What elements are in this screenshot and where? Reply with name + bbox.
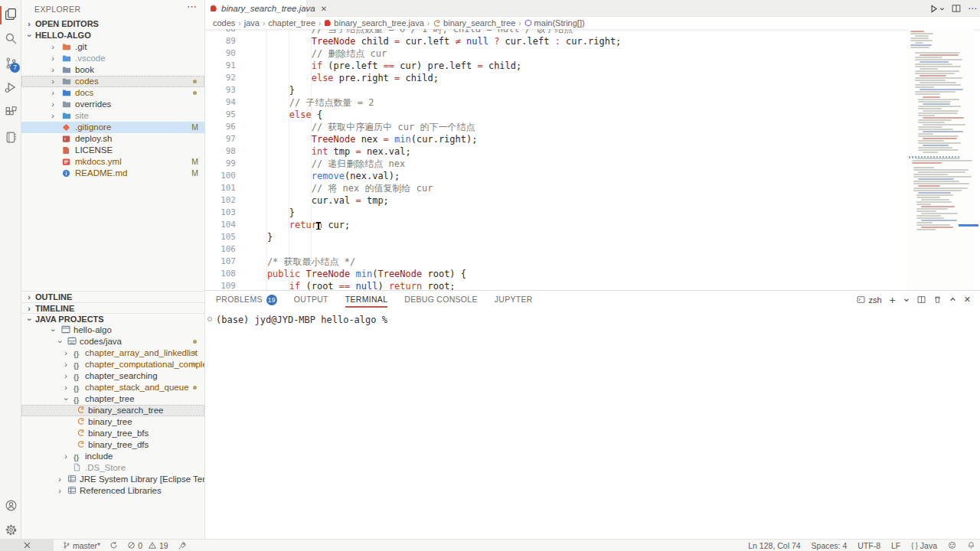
new-terminal-icon[interactable]: + (890, 296, 896, 304)
tree-item-readme-md[interactable]: README.mdM (21, 168, 204, 179)
tree-item--gitignore[interactable]: .gitignoreM (21, 122, 204, 133)
code-line-104[interactable]: 104return cur; (205, 219, 907, 231)
java-projects-header[interactable]: › JAVA PROJECTS (21, 313, 204, 324)
timeline-header[interactable]: › TIMELINE (21, 302, 204, 314)
terminal-prompt[interactable]: (base) jyd@JYD-MBP hello-algo % (216, 315, 387, 325)
indentation-indicator[interactable]: Spaces: 4 (812, 540, 848, 551)
tree-item-book[interactable]: ›book (21, 64, 204, 76)
code-line-109[interactable]: 109if (root == null) return root; (205, 280, 907, 290)
tree-item--vscode[interactable]: ›.vscode (21, 53, 204, 64)
java-project-item-chapter-stack-and-queue[interactable]: ›{ }chapter_stack_and_queue (21, 382, 204, 393)
java-project-item-chapter-array-and-linkedlist[interactable]: ›{ }chapter_array_and_linkedlist (21, 347, 204, 359)
code-line-88[interactable]: 88// 当子结点数量 = 0 / 1 时, child = null / 该子… (205, 29, 907, 35)
code-line-89[interactable]: 89TreeNode child = cur.left ≠ null ? cur… (205, 35, 907, 47)
code-editor[interactable]: 88// 当子结点数量 = 0 / 1 时, child = null / 该子… (205, 29, 980, 290)
tree-item--git[interactable]: ›.git (21, 41, 204, 53)
more-actions-icon[interactable]: ⋯ (187, 1, 197, 12)
tree-item-docs[interactable]: ›docs (21, 87, 204, 99)
breadcrumb-item-codes[interactable]: codes (213, 18, 235, 28)
run-button[interactable] (929, 4, 945, 14)
code-line-103[interactable]: 103} (205, 207, 907, 219)
eol-indicator[interactable]: LF (891, 540, 900, 551)
tree-item-overrides[interactable]: ›overrides (21, 99, 204, 110)
more-actions-icon[interactable]: ⋯ (968, 3, 977, 14)
java-project-item-hello-algo[interactable]: ›hello-algo (21, 324, 204, 336)
code-line-95[interactable]: 95else { (205, 109, 907, 121)
trash-icon[interactable] (933, 295, 942, 304)
tree-item-deploy-sh[interactable]: deploy.sh (21, 133, 204, 145)
java-project-item-chapter-searching[interactable]: ›{ }chapter_searching (21, 370, 204, 382)
breadcrumb-item-binary-search-tree[interactable]: binary_search_tree (433, 18, 515, 28)
tree-item-mkdocs-yml[interactable]: mkdocs.ymlM (21, 156, 204, 168)
accounts-icon[interactable] (0, 493, 21, 517)
java-project-item-codes-java[interactable]: ›codes/java (21, 336, 204, 347)
root-folder-header[interactable]: › HELLO-ALGO (21, 30, 204, 41)
extensions-icon[interactable] (0, 99, 21, 124)
java-project-item-referenced-libraries[interactable]: ›Referenced Libraries (21, 485, 204, 497)
panel-tab-debug-console[interactable]: DEBUG CONSOLE (404, 291, 478, 308)
close-panel-icon[interactable]: ✕ (964, 295, 971, 305)
minimap[interactable] (907, 29, 974, 290)
split-editor-icon[interactable] (952, 4, 961, 13)
tree-item-license[interactable]: LICENSE (21, 145, 204, 156)
breadcrumb-item-binary-search-tree-java[interactable]: binary_search_tree.java (324, 18, 423, 28)
panel-tab-jupyter[interactable]: JUPYTER (495, 291, 533, 308)
branch-indicator[interactable]: master* (63, 540, 100, 551)
code-line-90[interactable]: 90// 删除结点 cur (205, 47, 907, 60)
outline-header[interactable]: › OUTLINE (21, 291, 204, 302)
panel-tab-terminal[interactable]: TERMINAL (345, 291, 388, 308)
breadcrumb-item-chapter-tree[interactable]: chapter_tree (268, 18, 315, 28)
search-icon[interactable] (0, 26, 21, 51)
cursor-position[interactable]: Ln 128, Col 74 (748, 540, 800, 551)
split-terminal-icon[interactable] (917, 295, 926, 304)
close-icon[interactable]: ✕ (321, 5, 327, 13)
notebook-icon[interactable] (0, 125, 21, 149)
panel-tab-output[interactable]: OUTPUT (294, 291, 328, 308)
run-debug-icon[interactable] (0, 75, 21, 99)
shell-selector[interactable]: zsh (857, 295, 881, 305)
tree-item-codes[interactable]: ›codes (21, 76, 204, 87)
notifications-bell-icon[interactable] (967, 540, 975, 551)
java-project-item-include[interactable]: ›{ }include (21, 451, 204, 462)
code-line-98[interactable]: 98int tmp = nex.val; (205, 145, 907, 158)
code-line-105[interactable]: 105} (205, 231, 907, 243)
remote-tools-icon[interactable] (0, 540, 54, 551)
feedback-smiley-icon[interactable] (948, 540, 956, 551)
breadcrumb-item-main-string-[interactable]: main(String[]) (524, 18, 585, 28)
java-project-item-binary-tree[interactable]: binary_tree (21, 416, 204, 428)
tree-item-site[interactable]: ›site (21, 110, 204, 122)
errors-indicator[interactable]: 0 (127, 540, 142, 551)
encoding-indicator[interactable]: UTF-8 (858, 540, 880, 551)
code-line-94[interactable]: 94// 子结点数量 = 2 (205, 96, 907, 109)
language-indicator[interactable]: { } Java (911, 540, 937, 551)
source-control-icon[interactable]: 7 (0, 51, 21, 75)
java-project-item-chapter-computational-complexity[interactable]: ›{ }chapter_computational_complexity (21, 359, 204, 370)
java-project-item-binary-tree-bfs[interactable]: binary_tree_bfs (21, 428, 204, 439)
java-project-item-binary-tree-dfs[interactable]: binary_tree_dfs (21, 439, 204, 451)
code-line-92[interactable]: 92else pre.right = child; (205, 72, 907, 84)
code-line-96[interactable]: 96// 获取中序遍历中 cur 的下一个结点 (205, 121, 907, 133)
panel-tab-problems[interactable]: PROBLEMS19 (216, 291, 277, 308)
run-task-icon[interactable] (178, 540, 187, 551)
code-line-100[interactable]: 100remove(nex.val); (205, 170, 907, 182)
code-line-91[interactable]: 91if (pre.left == cur) pre.left = child; (205, 60, 907, 72)
warnings-indicator[interactable]: 19 (148, 540, 168, 551)
explorer-icon[interactable] (0, 2, 21, 26)
breadcrumb-item-java[interactable]: java (244, 18, 260, 28)
code-line-108[interactable]: 108public TreeNode min(TreeNode root) { (205, 268, 907, 280)
java-project-item-jre-system-library-eclipse-temurin-17-17-[interactable]: ›JRE System Library [Eclipse Temurin 17 … (21, 474, 204, 485)
sync-icon[interactable] (109, 540, 118, 551)
chevron-down-icon[interactable] (903, 297, 910, 303)
code-line-93[interactable]: 93} (205, 84, 907, 96)
java-project-item-binary-search-tree[interactable]: binary_search_tree (21, 405, 204, 416)
code-line-106[interactable]: 106 (205, 243, 907, 256)
code-line-102[interactable]: 102cur.val = tmp; (205, 194, 907, 207)
tab-binary-search-tree[interactable]: binary_search_tree.java ✕ (205, 0, 307, 17)
open-editors-header[interactable]: › OPEN EDITORS (21, 18, 204, 30)
code-line-97[interactable]: 97TreeNode nex = min(cur.right); (205, 133, 907, 145)
java-project-item-chapter-tree[interactable]: ›{ }chapter_tree (21, 393, 204, 405)
maximize-panel-icon[interactable] (949, 296, 956, 303)
java-project-item--ds-store[interactable]: .DS_Store (21, 462, 204, 474)
code-line-107[interactable]: 107/* 获取最小结点 */ (205, 256, 907, 268)
code-line-101[interactable]: 101// 将 nex 的值复制给 cur (205, 182, 907, 194)
